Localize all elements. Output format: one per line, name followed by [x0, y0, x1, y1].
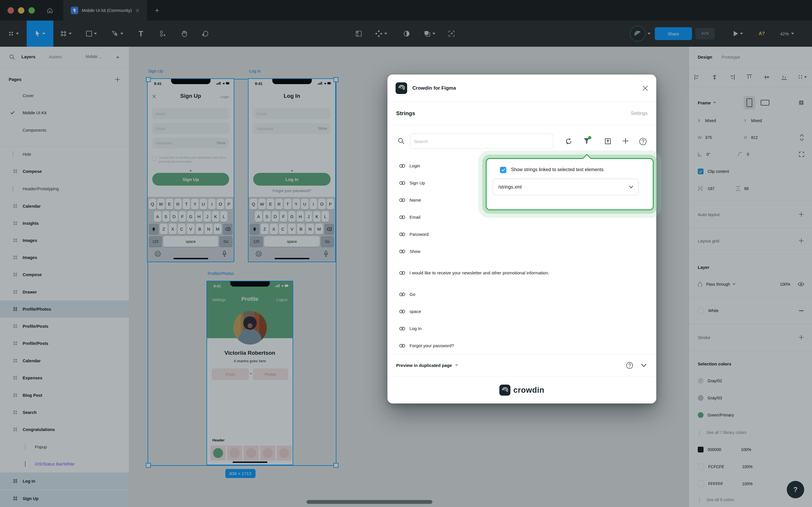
layer-row[interactable]: Blog Post: [0, 387, 129, 404]
new-tab-button[interactable]: +: [155, 6, 159, 14]
fill-swatch[interactable]: [698, 307, 704, 314]
help-icon[interactable]: [639, 138, 647, 145]
blend-mode-value[interactable]: Pass through: [706, 282, 730, 287]
tab-layers[interactable]: Layers: [21, 54, 36, 59]
help-button[interactable]: ?: [787, 481, 804, 498]
shape-tool-button[interactable]: [82, 20, 100, 47]
window-zoom-button[interactable]: [28, 7, 35, 14]
pen-tool-button[interactable]: [109, 20, 126, 47]
chevron-up-icon[interactable]: [116, 56, 119, 58]
layer-row[interactable]: Calendar: [0, 198, 129, 215]
create-component-icon[interactable]: [372, 20, 390, 47]
present-button[interactable]: [729, 20, 748, 47]
selection-color-row[interactable]: 000000 100%: [689, 441, 812, 458]
horizontal-scrollbar[interactable]: [306, 500, 432, 504]
layer-row[interactable]: Images: [0, 232, 129, 249]
layer-row-instance[interactable]: iOS/Status Bar/White: [0, 455, 129, 472]
window-minimize-button[interactable]: [18, 7, 24, 14]
add-auto-layout-icon[interactable]: [799, 212, 804, 217]
vertical-gap-value[interactable]: 88: [744, 186, 749, 191]
selection-color-row[interactable]: FCFCFE 100%: [689, 458, 812, 475]
layer-row[interactable]: Compose: [0, 266, 129, 283]
string-item[interactable]: I would like to receive your newsletter …: [388, 260, 656, 286]
selection-handle[interactable]: [146, 77, 151, 82]
accessibility-button[interactable]: A?: [759, 20, 765, 47]
selection-handle[interactable]: [334, 463, 338, 468]
selection-handle[interactable]: [146, 463, 151, 468]
file-select[interactable]: /strings.xml: [493, 179, 639, 195]
share-button[interactable]: Share: [655, 27, 692, 40]
align-right-icon[interactable]: [729, 74, 735, 80]
comment-tool-button[interactable]: [196, 20, 214, 47]
search-input[interactable]: [410, 134, 553, 149]
text-tool-button[interactable]: T: [133, 20, 149, 47]
portrait-orientation-button[interactable]: [744, 96, 755, 109]
layer-row[interactable]: Images: [0, 249, 129, 266]
mask-icon[interactable]: [399, 20, 415, 47]
visibility-eye-icon[interactable]: [798, 282, 804, 286]
login-frame[interactable]: 9:41 Log In Email Password Show Log In F…: [248, 79, 335, 262]
search-icon[interactable]: [9, 54, 15, 60]
string-item[interactable]: Email: [388, 209, 656, 226]
upload-icon[interactable]: [604, 138, 611, 145]
add-layout-grid-icon[interactable]: [799, 238, 804, 243]
resize-to-fit-icon[interactable]: [798, 100, 804, 106]
home-icon[interactable]: [46, 7, 53, 14]
page-item-components[interactable]: Components: [0, 121, 129, 138]
crowdin-wordmark[interactable]: crowdin: [513, 386, 544, 395]
selection-color-row[interactable]: Gray/03: [689, 389, 812, 406]
see-all-library-colors[interactable]: See all 7 library colors: [689, 424, 812, 441]
add-string-icon[interactable]: [622, 138, 629, 144]
add-stroke-icon[interactable]: [799, 335, 804, 340]
x-value[interactable]: Mixed: [705, 118, 716, 123]
layer-row[interactable]: Hide: [0, 146, 129, 163]
remove-fill-icon[interactable]: [799, 311, 804, 311]
main-menu-icon[interactable]: [2, 20, 24, 47]
frame-tool-button[interactable]: [57, 20, 75, 47]
rotation-value[interactable]: 0°: [706, 152, 710, 157]
selection-handle[interactable]: [334, 77, 338, 82]
tab-settings[interactable]: Settings: [631, 111, 648, 116]
layer-row[interactable]: Popup: [0, 438, 129, 455]
layer-row[interactable]: Profile/Posts: [0, 318, 129, 335]
layer-row[interactable]: Calendar: [0, 352, 129, 369]
constrain-proportions-icon[interactable]: [800, 134, 804, 141]
align-left-icon[interactable]: [694, 74, 700, 80]
dialog-close-icon[interactable]: [642, 85, 648, 91]
layer-row[interactable]: Profile/Posts: [0, 335, 129, 352]
linked-strings-checkbox[interactable]: [500, 167, 506, 173]
horizontal-gap-value[interactable]: -187: [706, 186, 714, 191]
boolean-operations-icon[interactable]: [420, 20, 439, 47]
string-item[interactable]: Show: [388, 243, 656, 260]
refresh-icon[interactable]: [565, 138, 572, 145]
layer-row[interactable]: Expenses: [0, 369, 129, 386]
align-top-icon[interactable]: [747, 74, 752, 80]
resources-icon[interactable]: [154, 20, 172, 47]
independent-corners-icon[interactable]: [799, 152, 804, 157]
frame-type-label[interactable]: Frame: [698, 100, 711, 105]
layer-row[interactable]: Search: [0, 404, 129, 421]
dev-mode-toggle[interactable]: </>: [695, 28, 714, 40]
landscape-orientation-button[interactable]: [759, 96, 771, 109]
frame-label-profile[interactable]: Profile/Photos: [208, 271, 234, 276]
corner-radius-value[interactable]: 0: [747, 152, 749, 157]
tidy-up-icon[interactable]: [798, 74, 807, 80]
string-item[interactable]: space: [388, 303, 656, 320]
selection-color-row[interactable]: Green/Primary: [689, 406, 812, 424]
move-tool-button[interactable]: [27, 20, 53, 47]
avatar-chevron-icon[interactable]: [645, 20, 652, 47]
preview-label[interactable]: Preview in duplicated page: [396, 363, 452, 368]
align-h-center-icon[interactable]: [712, 74, 717, 80]
signup-frame[interactable]: 9:41 Sign Up Login Name Email Password S…: [148, 79, 234, 262]
y-value[interactable]: Mixed: [751, 118, 762, 123]
clip-content-checkbox[interactable]: [698, 169, 703, 174]
filter-icon[interactable]: [583, 138, 590, 144]
window-close-button[interactable]: [7, 7, 14, 14]
outline-stroke-icon[interactable]: [443, 20, 460, 47]
align-v-center-icon[interactable]: [764, 74, 770, 80]
expand-chevron-icon[interactable]: [641, 364, 646, 367]
frame-label-login[interactable]: Log In: [249, 69, 261, 73]
frame-label-signup[interactable]: Sign Up: [148, 69, 163, 73]
tab-strings[interactable]: Strings: [396, 110, 415, 117]
layer-row[interactable]: Compose: [0, 163, 129, 180]
